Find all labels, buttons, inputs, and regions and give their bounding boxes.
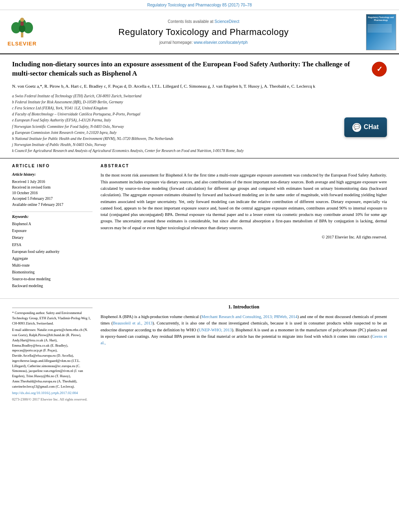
copyright-line: © 2017 Elsevier Inc. All rights reserved…: [101, 234, 387, 240]
keyword-item: Biomonitoring: [12, 269, 93, 276]
abstract-column: ABSTRACT In the most recent risk assessm…: [101, 163, 387, 294]
journal-header: ELSEVIER Contents lists available at Sci…: [0, 10, 399, 54]
article-history-block: Article history: Received 1 July 2016 Re…: [12, 172, 93, 207]
keyword-item: Multi-route: [12, 262, 93, 269]
journal-homepage-info: journal homepage: www.elsevier.com/locat…: [44, 40, 363, 45]
abstract-text: In the most recent risk assessment for B…: [101, 172, 387, 231]
corresponding-footnote: * Corresponding author. Safety and Envir…: [12, 310, 93, 326]
chat-icon: 💬: [352, 123, 361, 132]
doi-text: http://dx.doi.org/10.1016/j.yrtph.2017.0…: [12, 391, 78, 395]
received-date: Received 1 July 2016: [12, 179, 93, 185]
article-info-column: ARTICLE INFO Article history: Received 1…: [12, 163, 93, 294]
accepted-date: Accepted 5 February 2017: [12, 196, 93, 201]
keyword-item: Aggregate: [12, 255, 93, 262]
chat-button-label: CHat: [364, 123, 378, 131]
svg-text:✓: ✓: [376, 65, 383, 73]
elsevier-logo-area: ELSEVIER: [0, 14, 44, 50]
crossmark-icon[interactable]: ✓: [372, 62, 387, 77]
affiliation-item: e European Food Safety Authority (EFSA),…: [12, 117, 387, 123]
emails-block: E-mail addresses: Natalie.von.goetz@chem…: [12, 327, 93, 389]
doi-line[interactable]: http://dx.doi.org/10.1016/j.yrtph.2017.0…: [12, 390, 93, 396]
keyword-item: Exposure: [12, 228, 93, 234]
keywords-list: Bisphenol AExposureDietaryEFSAEuropean f…: [12, 221, 93, 290]
revised-date: 10 October 2016: [12, 190, 93, 196]
journal-citation: Regulatory Toxicology and Pharmacology 8…: [147, 3, 252, 7]
cite-merchant[interactable]: Merchant Research and Consulting, 2013; …: [202, 314, 298, 319]
cite-beausoleil[interactable]: Beausoleil et al., 2013: [113, 321, 153, 325]
affiliation-item: k Council for Agricultural Research and …: [12, 148, 387, 154]
abstract-heading: ABSTRACT: [101, 163, 387, 169]
journal-cover-area: Regulatory Toxicology and Pharmacology: [363, 14, 399, 50]
homepage-label: journal homepage:: [159, 40, 193, 45]
page: Regulatory Toxicology and Pharmacology 8…: [0, 0, 399, 532]
keywords-block: Keywords: Bisphenol AExposureDietaryEFSA…: [12, 214, 93, 290]
affiliations-list: a Swiss Federal Institute of Technology …: [12, 93, 387, 154]
affiliation-item: d Faculty of Biotechnology – Universidad…: [12, 111, 387, 117]
issn-line: 0273-2300/© 2017 Elsevier Inc. All right…: [12, 397, 93, 403]
emails-label: E-mail addresses:: [12, 328, 36, 332]
authors-line: N. von Goetz a,*, R. Pirow b, A. Hart c,…: [12, 82, 387, 90]
introduction-heading: 1. Introduction: [101, 304, 387, 310]
affiliation-item: j Norwegian Institute of Public Health, …: [12, 142, 387, 148]
cite-unep[interactable]: UNEP-WHO, 2013: [199, 328, 232, 332]
chat-icon-symbol: 💬: [354, 123, 360, 131]
affiliation-item: f Norwegian Scientific Committee for Foo…: [12, 124, 387, 130]
article-title: Including non-dietary sources into an ex…: [12, 60, 372, 78]
svg-rect-0: [21, 33, 23, 37]
svg-point-5: [20, 18, 24, 22]
affiliation-item: g European Commission Joint Research Cen…: [12, 130, 387, 136]
article-header-section: Including non-dietary sources into an ex…: [0, 54, 399, 158]
body-left-footnotes: * Corresponding author. Safety and Envir…: [12, 304, 93, 402]
affiliation-item: a Swiss Federal Institute of Technology …: [12, 93, 387, 99]
keyword-item: Source-to-dose modeling: [12, 276, 93, 283]
science-direct-info: Contents lists available at ScienceDirec…: [44, 19, 363, 25]
journal-title-area: Contents lists available at ScienceDirec…: [44, 14, 363, 50]
keyword-item: European food safety authority: [12, 249, 93, 255]
footnotes: * Corresponding author. Safety and Envir…: [12, 308, 93, 402]
elsevier-tree-icon: [8, 16, 36, 39]
affiliation-item: h National Institute for Public Health a…: [12, 136, 387, 142]
affiliation-item: c Fera Science Ltd (FERA), York, YO41 1L…: [12, 105, 387, 111]
intro-section-title: Introduction: [233, 304, 259, 310]
homepage-url[interactable]: www.elsevier.com/locate/yrtph: [194, 40, 248, 45]
journal-citation-bar: Regulatory Toxicology and Pharmacology 8…: [0, 0, 399, 10]
journal-title: Regulatory Toxicology and Pharmacology: [44, 26, 363, 39]
body-section: * Corresponding author. Safety and Envir…: [0, 299, 399, 406]
keyword-item: Bisphenol A: [12, 221, 93, 228]
article-info-abstract-section: ARTICLE INFO Article history: Received 1…: [0, 158, 399, 299]
article-info-heading: ARTICLE INFO: [12, 163, 93, 169]
elsevier-text: ELSEVIER: [8, 40, 37, 47]
chat-button[interactable]: 💬 CHat: [344, 117, 387, 137]
cite-geens[interactable]: Geens et al.,: [101, 334, 387, 345]
keyword-item: Dietary: [12, 234, 93, 241]
body-right-intro: 1. Introduction Bisphenol A (BPA) is a h…: [101, 304, 387, 402]
science-direct-link[interactable]: ScienceDirect: [214, 19, 239, 24]
keyword-item: EFSA: [12, 242, 93, 249]
emails-text: Natalie.von.goetz@chem.ethz.ch (N. von G…: [12, 328, 88, 388]
cover-title: Regulatory Toxicology and Pharmacology: [368, 16, 395, 21]
divider: [12, 212, 93, 212]
received-revised-label: Received in revised form: [12, 185, 93, 190]
elsevier-logo: ELSEVIER: [8, 16, 37, 47]
svg-rect-6: [21, 22, 24, 26]
cover-decorative-lines: [368, 24, 395, 33]
intro-section-number: 1.: [228, 304, 232, 310]
journal-cover-image: Regulatory Toxicology and Pharmacology: [366, 14, 396, 50]
authors-text: N. von Goetz a,*, R. Pirow b, A. Hart c,…: [12, 84, 315, 88]
introduction-text: Bisphenol A (BPA) is a high-production v…: [101, 314, 387, 346]
affiliation-item: b Federal Institute for Risk Assessment …: [12, 99, 387, 105]
science-direct-label: Contents lists available at: [168, 19, 213, 24]
available-online: Available online 7 February 2017: [12, 202, 93, 207]
article-title-area: Including non-dietary sources into an ex…: [12, 60, 387, 78]
article-history-label: Article history:: [12, 172, 93, 177]
keyword-item: Backward modeling: [12, 283, 93, 290]
keywords-label: Keywords:: [12, 214, 93, 220]
